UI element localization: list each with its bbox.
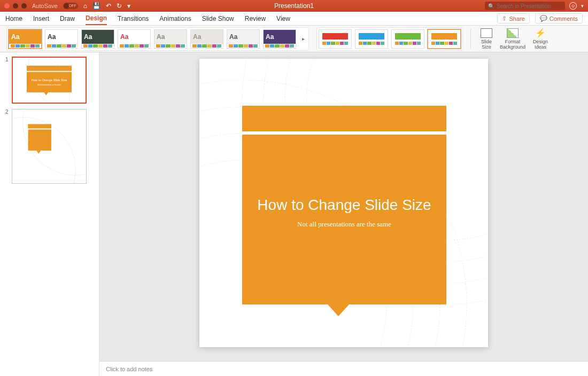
tab-transitions[interactable]: Transitions <box>118 13 149 25</box>
themes-gallery: Aa Aa Aa Aa Aa Aa Aa Aa ▸ <box>6 27 309 51</box>
svg-text:Not all presentations are the : Not all presentations are the same <box>37 84 61 86</box>
slide-number: 1 <box>5 57 9 104</box>
tab-view[interactable]: View <box>276 13 290 25</box>
window-controls <box>4 3 27 9</box>
svg-rect-3 <box>27 66 72 71</box>
slide-subtitle[interactable]: Not all presentations are the same <box>242 220 446 229</box>
svg-rect-11 <box>28 124 51 129</box>
document-title: Presentation1 <box>274 2 314 10</box>
comments-icon: 💬 <box>540 15 547 22</box>
save-icon[interactable]: 💾 <box>92 2 100 10</box>
svg-text:How to Change Slide Size: How to Change Slide Size <box>31 79 66 82</box>
variant-option-3[interactable] <box>428 29 461 49</box>
autosave-toggle[interactable]: OFF <box>63 3 78 9</box>
slide-size-label: Slide Size <box>481 39 492 50</box>
title-bubble[interactable]: How to Change Slide Size Not all present… <box>242 106 446 304</box>
format-background-label: Format Background <box>500 39 525 50</box>
menu-bar: Home Insert Draw Design Transitions Anim… <box>0 12 588 26</box>
title-bar: AutoSave OFF ⌂ 💾 ↶ ↻ ▾ Presentation1 🔍 ☺… <box>0 0 588 12</box>
svg-rect-4 <box>27 71 72 72</box>
zoom-window-icon[interactable] <box>21 3 27 9</box>
theme-option-0[interactable]: Aa <box>9 29 42 49</box>
themes-more-icon[interactable]: ▸ <box>299 36 307 42</box>
theme-option-1[interactable]: Aa <box>45 29 78 49</box>
autosave-label: AutoSave <box>32 3 58 9</box>
design-ideas-icon: ⚡ <box>535 28 546 38</box>
search-box[interactable]: 🔍 <box>485 2 565 10</box>
comments-label: Comments <box>550 15 578 22</box>
share-label: Share <box>509 15 524 22</box>
tab-design[interactable]: Design <box>86 12 107 25</box>
slide-thumb-canvas[interactable]: How to Change Slide Size Not all present… <box>12 57 87 104</box>
variant-option-0[interactable] <box>319 29 352 49</box>
theme-option-6[interactable]: Aa <box>227 29 260 49</box>
close-window-icon[interactable] <box>4 3 10 9</box>
bubble-header-bar <box>242 106 446 135</box>
tab-insert[interactable]: Insert <box>33 13 49 25</box>
feedback-icon[interactable]: ☺ <box>569 2 577 10</box>
theme-option-5[interactable]: Aa <box>190 29 223 49</box>
notes-pane[interactable]: Click to add notes <box>99 361 588 376</box>
tab-review[interactable]: Review <box>245 13 266 25</box>
editor-area: How to Change Slide Size Not all present… <box>99 52 588 376</box>
slide-title[interactable]: How to Change Slide Size <box>242 197 446 214</box>
svg-marker-13 <box>36 151 41 154</box>
tab-draw[interactable]: Draw <box>60 13 75 25</box>
design-ideas-label: Design Ideas <box>533 39 548 50</box>
share-button[interactable]: ⇪ Share <box>497 13 529 24</box>
comments-button[interactable]: 💬 Comments <box>535 13 583 24</box>
design-ideas-button[interactable]: ⚡ Design Ideas <box>533 28 548 50</box>
slide-number: 2 <box>5 109 9 184</box>
theme-option-7[interactable]: Aa <box>263 29 296 49</box>
canvas-scroll[interactable]: How to Change Slide Size Not all present… <box>99 52 588 361</box>
tab-slide-show[interactable]: Slide Show <box>202 13 234 25</box>
svg-rect-12 <box>28 128 51 129</box>
home-icon[interactable]: ⌂ <box>83 2 87 10</box>
slide-thumb-canvas[interactable] <box>12 109 87 184</box>
slide-size-button[interactable]: Slide Size <box>481 28 492 50</box>
search-input[interactable] <box>497 3 564 9</box>
variant-option-1[interactable] <box>355 29 388 49</box>
redo-icon[interactable]: ↻ <box>117 2 122 10</box>
slide-size-icon <box>481 28 492 38</box>
share-icon: ⇪ <box>502 15 507 22</box>
tab-home[interactable]: Home <box>5 13 22 25</box>
theme-option-2[interactable]: Aa <box>81 29 114 49</box>
format-background-button[interactable]: Format Background <box>500 28 525 50</box>
undo-icon[interactable]: ↶ <box>106 2 111 10</box>
theme-option-3[interactable]: Aa <box>118 29 151 49</box>
workspace: 1 How to Change Slide Size Not all prese… <box>0 52 588 376</box>
qat-dropdown-icon[interactable]: ▾ <box>127 2 130 10</box>
design-ribbon: Aa Aa Aa Aa Aa Aa Aa Aa ▸ Slide Size For… <box>0 26 588 52</box>
search-icon: 🔍 <box>488 3 494 9</box>
slide-thumbnails-panel: 1 How to Change Slide Size Not all prese… <box>0 52 99 376</box>
slide-thumbnail-2[interactable]: 2 <box>5 109 94 184</box>
theme-option-4[interactable]: Aa <box>154 29 187 49</box>
svg-marker-5 <box>44 92 48 96</box>
slide-canvas[interactable]: How to Change Slide Size Not all present… <box>199 59 488 347</box>
format-background-icon <box>507 28 519 38</box>
minimize-window-icon[interactable] <box>13 3 18 9</box>
variants-gallery <box>316 27 463 51</box>
account-dropdown-icon[interactable]: ▾ <box>581 3 584 9</box>
variant-option-2[interactable] <box>391 29 424 49</box>
bubble-tail <box>328 304 349 316</box>
slide-thumbnail-1[interactable]: 1 How to Change Slide Size Not all prese… <box>5 57 94 104</box>
tab-animations[interactable]: Animations <box>159 13 191 25</box>
notes-placeholder: Click to add notes <box>106 366 152 372</box>
design-tools: Slide Size Format Background ⚡ Design Id… <box>481 28 548 50</box>
